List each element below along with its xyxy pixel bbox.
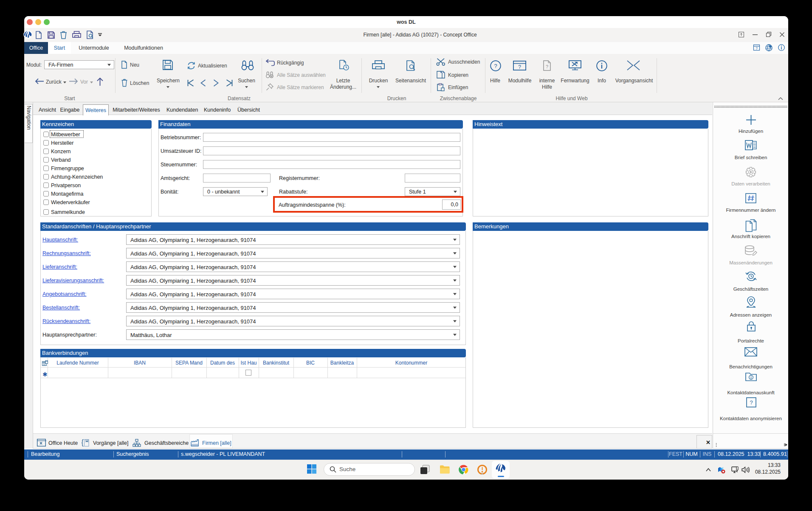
svg-text:?: ? bbox=[518, 64, 521, 70]
svg-text:?: ? bbox=[494, 63, 497, 69]
svg-text:?: ? bbox=[756, 46, 758, 51]
svg-text:?: ? bbox=[750, 399, 753, 406]
svg-text:?: ? bbox=[546, 64, 548, 69]
